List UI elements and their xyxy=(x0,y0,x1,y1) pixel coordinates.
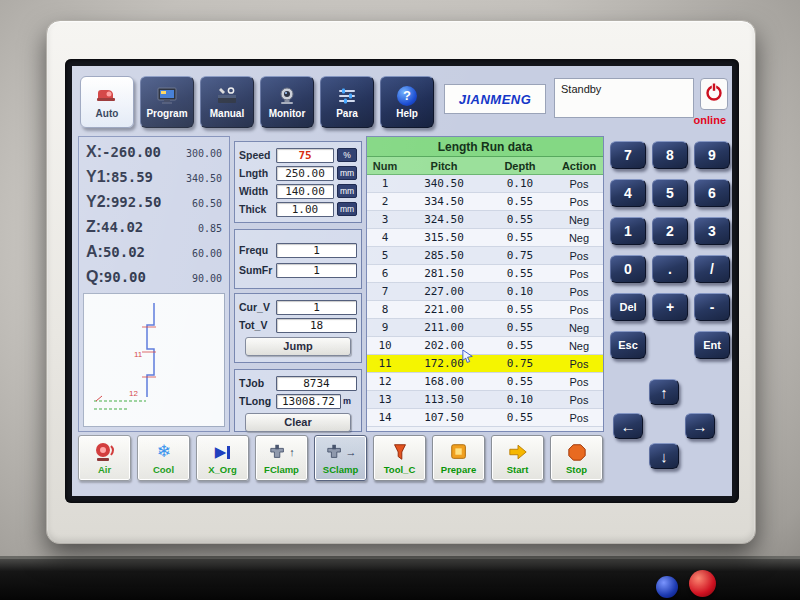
numeric-keypad: 7 8 9 4 5 6 1 2 3 0 . / Del + - xyxy=(610,136,730,476)
table-row[interactable]: 8221.000.55Pos xyxy=(367,301,603,319)
tjob-input[interactable]: 8734 xyxy=(276,376,357,391)
brand-box: JIANMENG xyxy=(444,84,546,114)
thick-input[interactable]: 1.00 xyxy=(276,202,334,217)
table-row[interactable]: 7227.000.10Pos xyxy=(367,283,603,301)
tool-c-button[interactable]: Tool_C xyxy=(373,435,426,481)
key-0[interactable]: 0 xyxy=(610,255,646,283)
key-7[interactable]: 7 xyxy=(610,141,646,169)
start-arrow-icon xyxy=(507,441,529,463)
arrow-up-key[interactable]: ↑ xyxy=(649,379,679,405)
axis-aux: 60.00 xyxy=(192,248,222,259)
axis-name: Q: xyxy=(86,268,104,286)
table-body: 1340.500.10Pos 2334.500.55Pos 3324.500.5… xyxy=(367,175,603,427)
tab-program[interactable]: Program xyxy=(140,76,194,128)
tab-para[interactable]: Para xyxy=(320,76,374,128)
key-8[interactable]: 8 xyxy=(652,141,688,169)
machine-button-blue[interactable] xyxy=(656,576,678,598)
cell-action: Pos xyxy=(555,301,603,318)
totals-group: TJob 8734 TLong 13008.72 m Clear xyxy=(234,369,362,432)
table-row[interactable]: 4315.500.55Neg xyxy=(367,229,603,247)
prepare-button[interactable]: Prepare xyxy=(432,435,485,481)
stop-button[interactable]: Stop xyxy=(550,435,603,481)
arrow-left-key[interactable]: ← xyxy=(613,413,643,439)
step-group: Cur_V 1 Tot_V 18 Jump xyxy=(234,293,362,363)
table-row[interactable]: 3324.500.55Neg xyxy=(367,211,603,229)
cell-num: 12 xyxy=(367,373,403,390)
power-button[interactable] xyxy=(700,78,728,110)
key-del[interactable]: Del xyxy=(610,293,646,321)
table-row[interactable]: 10202.000.55Neg xyxy=(367,337,603,355)
table-row[interactable]: 6281.500.55Pos xyxy=(367,265,603,283)
machine-button-red[interactable] xyxy=(689,570,716,597)
start-button[interactable]: Start xyxy=(491,435,544,481)
cell-num: 3 xyxy=(367,211,403,228)
sclamp-button[interactable]: → SClamp xyxy=(314,435,367,481)
clear-button[interactable]: Clear xyxy=(245,413,351,432)
param-label: Cur_V xyxy=(239,301,276,313)
table-row-selected[interactable]: 11172.000.75Pos xyxy=(367,355,603,373)
table-row[interactable]: 1340.500.10Pos xyxy=(367,175,603,193)
param-row-thick: Thick 1.00 mm xyxy=(239,201,357,217)
param-label: TLong xyxy=(239,395,276,407)
cell-pitch: 324.50 xyxy=(403,211,485,228)
sketch-dim-1: 11 xyxy=(134,350,143,359)
key-5[interactable]: 5 xyxy=(652,179,688,207)
monitor-bezel: Auto Program Manual xyxy=(46,20,756,544)
tab-manual-label: Manual xyxy=(210,108,244,119)
key-6[interactable]: 6 xyxy=(694,179,730,207)
axis-name: Z: xyxy=(86,218,101,236)
fclamp-button[interactable]: ↑ FClamp xyxy=(255,435,308,481)
tlong-input[interactable]: 13008.72 xyxy=(276,394,341,409)
key-3[interactable]: 3 xyxy=(694,217,730,245)
axis-aux: 90.00 xyxy=(192,273,222,284)
speed-input[interactable]: 75 xyxy=(276,148,334,163)
key-1[interactable]: 1 xyxy=(610,217,646,245)
tab-manual[interactable]: Manual xyxy=(200,76,254,128)
arrow-down-key[interactable]: ↓ xyxy=(649,443,679,469)
air-pump-icon xyxy=(93,441,117,463)
param-row-curv: Cur_V 1 xyxy=(239,299,357,315)
cool-label: Cool xyxy=(153,464,174,475)
key-4[interactable]: 4 xyxy=(610,179,646,207)
table-row[interactable]: 5285.500.75Pos xyxy=(367,247,603,265)
sumfr-input[interactable]: 1 xyxy=(276,263,357,278)
x-org-button[interactable]: ▶ X_Org xyxy=(196,435,249,481)
arrow-right-key[interactable]: → xyxy=(685,413,715,439)
cell-action: Pos xyxy=(555,175,603,192)
jump-button[interactable]: Jump xyxy=(245,337,351,356)
key-plus[interactable]: + xyxy=(652,293,688,321)
tab-monitor[interactable]: Monitor xyxy=(260,76,314,128)
cell-action: Pos xyxy=(555,247,603,264)
frequ-input[interactable]: 1 xyxy=(276,243,357,258)
air-button[interactable]: Air xyxy=(78,435,131,481)
length-input[interactable]: 250.00 xyxy=(276,166,334,181)
curv-input[interactable]: 1 xyxy=(276,300,357,315)
tool-cone-icon xyxy=(389,441,411,463)
table-row[interactable]: 13113.500.10Pos xyxy=(367,391,603,409)
tab-help[interactable]: ? Help xyxy=(380,76,434,128)
machine-body xyxy=(0,556,800,600)
cell-action: Pos xyxy=(555,265,603,282)
width-input[interactable]: 140.00 xyxy=(276,184,334,199)
key-minus[interactable]: - xyxy=(694,293,730,321)
cell-num: 11 xyxy=(367,355,403,372)
cell-depth: 0.55 xyxy=(485,229,555,246)
key-dot[interactable]: . xyxy=(652,255,688,283)
key-slash[interactable]: / xyxy=(694,255,730,283)
table-row[interactable]: 2334.500.55Pos xyxy=(367,193,603,211)
axis-value: -260.00 xyxy=(102,144,161,160)
table-row[interactable]: 9211.000.55Neg xyxy=(367,319,603,337)
key-2[interactable]: 2 xyxy=(652,217,688,245)
header-num: Num xyxy=(367,157,403,174)
cell-num: 1 xyxy=(367,175,403,192)
totv-input[interactable]: 18 xyxy=(276,318,357,333)
tab-auto[interactable]: Auto xyxy=(80,76,134,128)
cool-button[interactable]: ❄ Cool xyxy=(137,435,190,481)
table-row[interactable]: 14107.500.55Pos xyxy=(367,409,603,427)
table-row[interactable]: 12168.000.55Pos xyxy=(367,373,603,391)
cell-pitch: 285.50 xyxy=(403,247,485,264)
key-9[interactable]: 9 xyxy=(694,141,730,169)
key-esc[interactable]: Esc xyxy=(610,331,646,359)
cell-depth: 0.75 xyxy=(485,247,555,264)
key-ent[interactable]: Ent xyxy=(694,331,730,359)
